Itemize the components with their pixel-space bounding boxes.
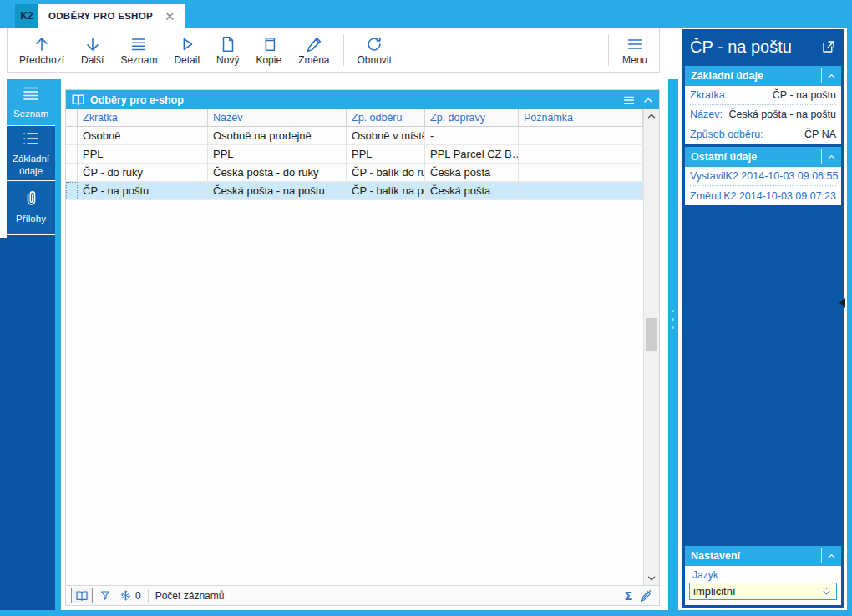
section-title: Ostatní údaje xyxy=(691,151,821,163)
toolbar-button-label: Změna xyxy=(298,54,329,66)
row-marker xyxy=(66,127,78,144)
table-row[interactable]: OsobněOsobně na prodejněOsobně v místě…- xyxy=(66,127,643,145)
table-cell: ČP - do ruky xyxy=(78,164,208,181)
field-value: K2 2014-10-03 09:06:55 xyxy=(726,170,839,182)
obnovit-button[interactable]: Obnovit xyxy=(349,31,400,69)
close-icon[interactable]: ✕ xyxy=(165,10,175,23)
chevron-up-icon[interactable] xyxy=(642,94,654,106)
dalsi-button[interactable]: Další xyxy=(73,31,112,69)
sidebar-item-seznam[interactable]: Seznam xyxy=(7,79,55,126)
snowflake-icon[interactable] xyxy=(119,589,132,602)
chevron-up-icon[interactable] xyxy=(821,149,841,164)
triangle-right-icon xyxy=(178,35,196,53)
arrow-down-icon xyxy=(84,35,102,53)
field-row: VystavilK2 2014-10-03 09:06:55 xyxy=(690,167,836,186)
external-link-icon[interactable] xyxy=(821,39,836,54)
section-nastaveni: Nastavení Jazyk implicitní xyxy=(685,546,841,605)
menu-button[interactable]: Menu xyxy=(614,31,656,69)
scroll-up-icon[interactable] xyxy=(644,109,659,123)
field-label: Změnil xyxy=(690,190,723,202)
chevron-up-icon[interactable] xyxy=(821,68,841,83)
field-value: Česká pošta - na poštu xyxy=(728,109,836,120)
table-cell: ČP - balík na po xyxy=(347,182,425,199)
tab-odbery-pro-eshop[interactable]: ODBĚRY PRO ESHOP ✕ xyxy=(38,4,185,28)
table-grid: ZkratkaNázevZp. odběruZp. dopravyPoznámk… xyxy=(66,109,643,585)
records-table-panel: Odběry pro e-shop ZkratkaNázevZp. odběru… xyxy=(65,89,660,606)
refresh-icon xyxy=(365,35,383,53)
pencil-off-icon xyxy=(639,589,652,603)
hamburger3-icon[interactable] xyxy=(622,93,636,107)
column-header-3[interactable]: Zp. odběru xyxy=(347,109,425,126)
hamburger3-icon xyxy=(626,35,644,53)
table-title: Odběry pro e-shop xyxy=(90,94,622,106)
vertical-scrollbar[interactable] xyxy=(643,109,659,585)
sidebar-item-zakladni-udaje[interactable]: Základníúdaje xyxy=(7,126,55,181)
jazyk-combobox[interactable]: implicitní xyxy=(689,583,837,600)
field-label: Zkratka: xyxy=(690,89,773,101)
table-row-selected[interactable]: ČP - na poštuČeská pošta - na poštuČP - … xyxy=(66,182,643,200)
window-right-border xyxy=(847,28,852,610)
table-status-bar: 0 Počet záznamů Σ xyxy=(66,585,659,605)
novy-button[interactable]: Nový xyxy=(208,31,247,69)
sidebar-item-prilohy[interactable]: Přílohy xyxy=(7,181,55,235)
table-cell: Osobně v místě… xyxy=(347,127,425,144)
toolbar-button-label: Seznam xyxy=(120,54,157,66)
table-cell: Česká pošta - na poštu xyxy=(208,182,347,199)
splitter-grip[interactable] xyxy=(672,310,674,329)
jazyk-value: implicitní xyxy=(693,585,820,598)
panel-splitter[interactable] xyxy=(668,79,678,610)
table-cell xyxy=(519,182,643,199)
table-cell: ČP - balík do ru xyxy=(347,164,425,181)
table-cell: - xyxy=(425,127,519,144)
table-row[interactable]: ČP - do rukyČeská pošta - do rukyČP - ba… xyxy=(66,164,643,182)
copy-icon xyxy=(260,35,278,53)
column-header-4[interactable]: Zp. dopravy xyxy=(425,109,519,126)
record-count: 0 xyxy=(135,590,141,602)
section-z-kladn-daje: Základní údajeZkratka:ČP - na poštuNázev… xyxy=(685,66,841,144)
predchozi-button[interactable]: Předchozí xyxy=(11,31,73,69)
section-title: Základní údaje xyxy=(691,70,821,82)
record-count-label: Počet záznamů xyxy=(155,590,225,602)
toolbar-button-label: Nový xyxy=(216,54,239,66)
sidebar-items: SeznamZákladníúdajePřílohy xyxy=(7,79,55,235)
table-cell: Osobně na prodejně xyxy=(208,127,347,144)
jazyk-label: Jazyk xyxy=(692,569,837,581)
panel-collapse-arrow-icon[interactable] xyxy=(839,298,845,308)
table-row[interactable]: PPLPPLPPLPPL Parcel CZ B… xyxy=(66,145,643,164)
section-header-nastaveni[interactable]: Nastavení xyxy=(685,546,841,566)
k2-menu-button[interactable]: K2 xyxy=(15,4,38,28)
funnel-icon[interactable] xyxy=(99,589,113,603)
detail-panel-header: ČP - na poštu xyxy=(683,29,843,64)
table-cell: Česká pošta xyxy=(425,164,519,181)
table-cell: PPL xyxy=(347,145,425,163)
table-cell: PPL xyxy=(208,145,347,163)
combo-dropdown-icon[interactable] xyxy=(820,585,833,598)
field-label: Název: xyxy=(690,109,728,120)
detail-button[interactable]: Detail xyxy=(165,31,208,69)
sigma-icon[interactable]: Σ xyxy=(625,588,632,603)
field-label: Vystavil xyxy=(690,170,726,182)
table-cell: Osobně xyxy=(78,127,208,144)
seznam-button[interactable]: Seznam xyxy=(112,31,165,69)
column-header-5[interactable]: Poznámka xyxy=(519,109,643,126)
k2-application-window: K2 ODBĚRY PRO ESHOP ✕ PředchozíDalšíSezn… xyxy=(0,0,852,616)
sidebar-margin xyxy=(0,79,7,238)
table-header-row: ZkratkaNázevZp. odběruZp. dopravyPoznámk… xyxy=(66,109,643,127)
field-row: Zkratka:ČP - na poštu xyxy=(690,86,836,105)
toolbar-button-label: Předchozí xyxy=(19,54,64,66)
book-view-button[interactable] xyxy=(71,588,93,603)
column-header-2[interactable]: Název xyxy=(208,109,347,126)
scrollbar-thumb[interactable] xyxy=(646,318,657,351)
kopie-button[interactable]: Kopie xyxy=(247,31,290,69)
table-cell: ČP - na poštu xyxy=(78,182,208,199)
scroll-down-icon[interactable] xyxy=(644,572,659,585)
field-row: ZměnilK2 2014-10-03 09:07:23 xyxy=(690,186,836,205)
chevron-up-icon[interactable] xyxy=(821,548,841,563)
section-header[interactable]: Ostatní údaje xyxy=(685,147,841,167)
zmena-button[interactable]: Změna xyxy=(290,31,337,69)
column-header-1[interactable]: Zkratka xyxy=(78,109,208,126)
section-header[interactable]: Základní údaje xyxy=(685,66,841,86)
toolbar-separator xyxy=(343,34,344,66)
toolbar-button-label: Detail xyxy=(174,54,200,66)
table-cell: Česká pošta xyxy=(425,182,519,199)
